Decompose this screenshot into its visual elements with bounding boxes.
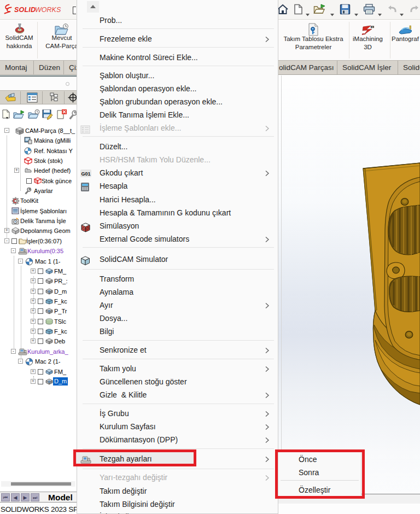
svg-text:G01: G01 — [81, 171, 90, 177]
svg-text:3D: 3D — [371, 26, 374, 28]
svg-text:WORKS: WORKS — [35, 6, 61, 14]
svg-text:SOLID: SOLID — [14, 6, 36, 14]
